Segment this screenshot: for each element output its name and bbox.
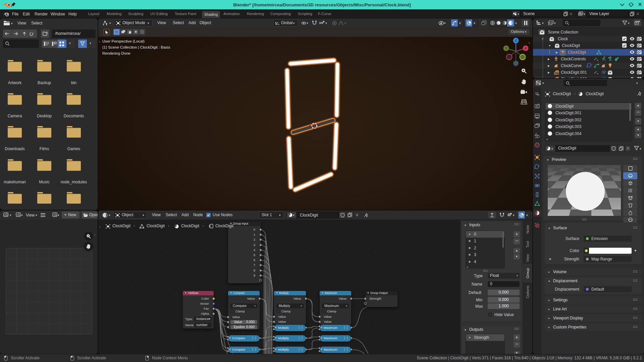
svg-text:X: X <box>525 47 527 50</box>
svg-text:Y: Y <box>505 47 507 50</box>
svg-text:Z: Z <box>515 39 517 42</box>
